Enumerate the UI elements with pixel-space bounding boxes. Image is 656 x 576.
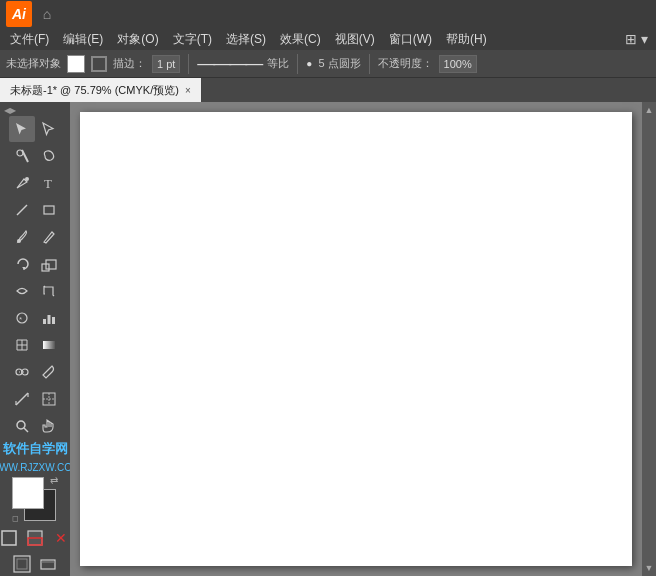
- direct-selection-tool[interactable]: [36, 116, 62, 142]
- tool-row-10: [9, 359, 62, 385]
- scroll-down-arrow[interactable]: ▼: [644, 562, 655, 574]
- svg-point-2: [25, 177, 29, 181]
- toolbar: ◀▶ T: [0, 102, 70, 576]
- artboard-icon[interactable]: ✕: [50, 527, 70, 549]
- toolbar-expand[interactable]: ◀▶: [4, 106, 16, 115]
- pencil-tool[interactable]: [36, 224, 62, 250]
- svg-point-6: [17, 239, 21, 243]
- tab-bar: 未标题-1* @ 75.79% (CMYK/预览) ×: [0, 78, 656, 102]
- svg-rect-13: [47, 315, 50, 324]
- menu-object[interactable]: 对象(O): [111, 29, 164, 50]
- menu-right: ⊞ ▾: [621, 29, 652, 49]
- selection-tool[interactable]: [9, 116, 35, 142]
- quick-mask-icon[interactable]: [24, 527, 46, 549]
- toolbar-bottom: 软件自学网 WWW.RJZXW.COM ⇄ ◻: [0, 440, 70, 576]
- divider1: [188, 54, 189, 74]
- watermark-line1: 软件自学网: [3, 440, 68, 458]
- swap-colors-icon[interactable]: ⇄: [50, 475, 58, 486]
- tool-row-1: [9, 116, 62, 142]
- svg-rect-5: [44, 206, 54, 214]
- ai-logo: Ai: [6, 1, 32, 27]
- tool-row-7: [9, 278, 62, 304]
- foreground-color-swatch[interactable]: [12, 477, 44, 509]
- column-graph-tool[interactable]: [36, 305, 62, 331]
- proportional-label: 等比: [267, 56, 289, 71]
- svg-text:T: T: [44, 176, 52, 191]
- menu-help[interactable]: 帮助(H): [440, 29, 493, 50]
- svg-rect-30: [14, 556, 30, 572]
- menu-text[interactable]: 文字(T): [167, 29, 218, 50]
- opacity-value[interactable]: 100%: [439, 55, 477, 73]
- stroke-swatch[interactable]: [91, 56, 107, 72]
- menu-bar: 文件(F) 编辑(E) 对象(O) 文字(T) 选择(S) 效果(C) 视图(V…: [0, 28, 656, 50]
- svg-line-19: [16, 393, 28, 405]
- svg-line-26: [24, 428, 28, 432]
- home-button[interactable]: ⌂: [36, 3, 58, 25]
- svg-rect-31: [17, 559, 27, 569]
- svg-rect-32: [41, 560, 55, 569]
- main-layout: ◀▶ T: [0, 102, 656, 576]
- document-tab[interactable]: 未标题-1* @ 75.79% (CMYK/预览) ×: [0, 78, 202, 102]
- tool-row-12: [9, 413, 62, 439]
- screen-mode-icon[interactable]: [11, 553, 33, 575]
- scroll-up-arrow[interactable]: ▲: [644, 104, 655, 116]
- divider3: [369, 54, 370, 74]
- menu-view[interactable]: 视图(V): [329, 29, 381, 50]
- default-colors-icon[interactable]: ◻: [12, 514, 19, 523]
- svg-text:*: *: [19, 315, 22, 324]
- symbol-tool[interactable]: *: [9, 305, 35, 331]
- warp-tool[interactable]: [9, 278, 35, 304]
- tool-row-6: [9, 251, 62, 277]
- tool-row-3: T: [9, 170, 62, 196]
- free-transform-tool[interactable]: [36, 278, 62, 304]
- slice-tool[interactable]: [36, 386, 62, 412]
- rectangle-tool[interactable]: [36, 197, 62, 223]
- stroke-value[interactable]: 1 pt: [152, 55, 180, 73]
- paintbrush-tool[interactable]: [9, 224, 35, 250]
- menu-select[interactable]: 选择(S): [220, 29, 272, 50]
- mesh-tool[interactable]: [9, 332, 35, 358]
- options-bar: 未选择对象 描边： 1 pt ———— 等比 ● 5 点圆形 不透明度： 100…: [0, 50, 656, 78]
- eyedropper-tool[interactable]: [36, 359, 62, 385]
- menu-edit[interactable]: 编辑(E): [57, 29, 109, 50]
- color-swatches-area: ⇄ ◻: [12, 477, 58, 523]
- title-bar: Ai ⌂: [0, 0, 656, 28]
- magic-wand-tool[interactable]: [9, 143, 35, 169]
- measure-tool[interactable]: [9, 386, 35, 412]
- pen-tool[interactable]: [9, 170, 35, 196]
- lasso-tool[interactable]: [36, 143, 62, 169]
- tool-row-2: [9, 143, 62, 169]
- tool-row-5: [9, 224, 62, 250]
- normal-mode-icon[interactable]: [0, 527, 20, 549]
- scroll-right[interactable]: ▲ ▼: [642, 102, 656, 576]
- blend-tool[interactable]: [9, 359, 35, 385]
- divider2: [297, 54, 298, 74]
- tool-row-9: [9, 332, 62, 358]
- svg-point-25: [17, 421, 25, 429]
- grid-icon[interactable]: ⊞ ▾: [621, 29, 652, 49]
- zoom-tool[interactable]: [9, 413, 35, 439]
- rotate-tool[interactable]: [9, 251, 35, 277]
- fill-swatch[interactable]: [67, 55, 85, 73]
- canvas-paper: [80, 112, 632, 566]
- bottom-icons-row: ✕: [0, 527, 70, 549]
- scale-tool[interactable]: [36, 251, 62, 277]
- menu-window[interactable]: 窗口(W): [383, 29, 438, 50]
- hand-tool[interactable]: [36, 413, 62, 439]
- tool-row-4: [9, 197, 62, 223]
- line-style-icon: ————: [197, 53, 261, 74]
- svg-line-4: [17, 205, 27, 215]
- watermark-line2: WWW.RJZXW.COM: [0, 462, 70, 473]
- tab-title: 未标题-1* @ 75.79% (CMYK/预览): [10, 83, 179, 98]
- line-tool[interactable]: [9, 197, 35, 223]
- svg-rect-12: [43, 319, 46, 324]
- type-tool[interactable]: T: [36, 170, 62, 196]
- menu-effect[interactable]: 效果(C): [274, 29, 327, 50]
- gradient-tool[interactable]: [36, 332, 62, 358]
- tab-close-button[interactable]: ×: [185, 85, 191, 96]
- tool-row-8: *: [9, 305, 62, 331]
- svg-rect-27: [2, 531, 16, 545]
- change-screen-icon[interactable]: [37, 553, 59, 575]
- menu-file[interactable]: 文件(F): [4, 29, 55, 50]
- stroke-label: 描边：: [113, 56, 146, 71]
